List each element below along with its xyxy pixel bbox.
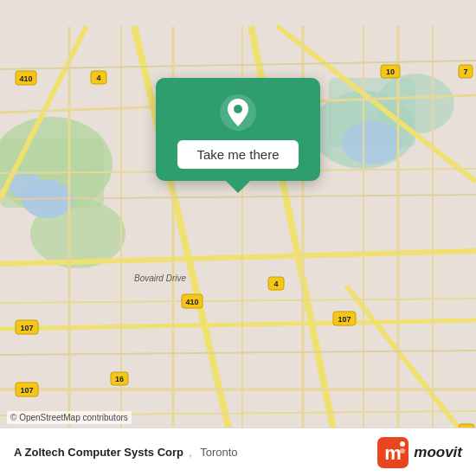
svg-text:107: 107 [20, 386, 33, 395]
svg-text:410: 410 [185, 298, 198, 306]
moovit-logo-icon: m [377, 437, 408, 468]
svg-text:107: 107 [20, 324, 33, 332]
svg-point-57 [234, 105, 242, 113]
svg-text:Bovaird Drive: Bovaird Drive [134, 273, 186, 283]
svg-text:10: 10 [386, 68, 395, 76]
svg-text:4: 4 [273, 280, 278, 288]
location-city: Toronto [200, 446, 237, 459]
svg-point-61 [400, 448, 405, 453]
bottom-info: A Zoltech Computer Systs Corp , Toronto [14, 446, 238, 459]
svg-text:16: 16 [115, 375, 124, 383]
bottom-bar: A Zoltech Computer Systs Corp , Toronto … [0, 428, 476, 476]
take-me-there-button[interactable]: Take me there [177, 140, 298, 169]
popup-card: Take me there [156, 78, 320, 181]
svg-text:m: m [384, 442, 402, 464]
svg-point-9 [342, 121, 402, 164]
svg-text:410: 410 [19, 74, 32, 83]
svg-text:4: 4 [96, 74, 100, 82]
svg-point-60 [400, 441, 405, 447]
location-pin-icon [219, 93, 257, 132]
svg-text:107: 107 [338, 315, 351, 324]
map-container: 410 410 4 4 10 7 107 107 16 107 4 Bovair [0, 0, 476, 476]
moovit-logo: m moovit [377, 437, 462, 468]
map-svg: 410 410 4 4 10 7 107 107 16 107 4 Bovair [0, 0, 476, 476]
moovit-brand-text: moovit [414, 444, 462, 461]
copyright-text: © OpenStreetMap contributors [7, 411, 132, 424]
location-name: A Zoltech Computer Systs Corp [14, 446, 183, 459]
svg-text:7: 7 [463, 68, 467, 76]
